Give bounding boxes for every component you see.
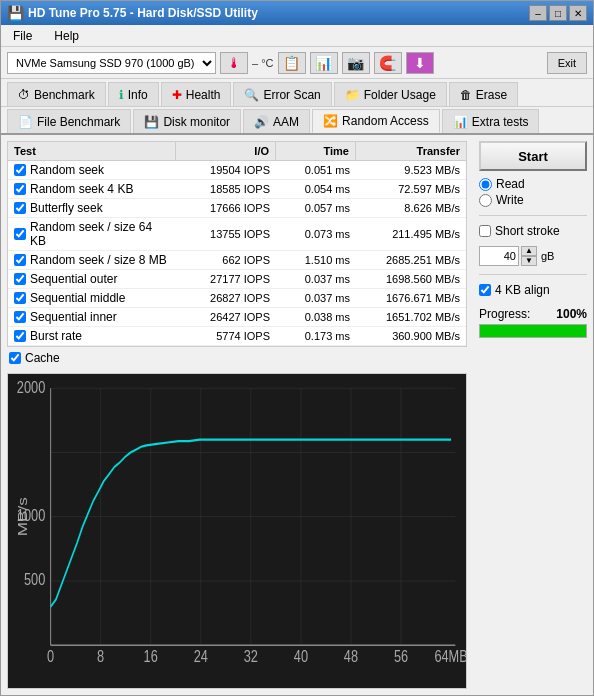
write-radio[interactable]: [479, 194, 492, 207]
time-cell: 0.037 ms: [276, 270, 356, 288]
time-cell: 0.173 ms: [276, 327, 356, 345]
toolbar-btn-4[interactable]: 🧲: [374, 52, 402, 74]
svg-text:24: 24: [194, 646, 208, 665]
tab-error-scan[interactable]: 🔍 Error Scan: [233, 82, 331, 106]
tab-folder-usage[interactable]: 📁 Folder Usage: [334, 82, 447, 106]
io-cell: 13755 IOPS: [176, 218, 276, 250]
benchmark-icon: ⏱: [18, 88, 30, 102]
folder-icon: 📁: [345, 88, 360, 102]
align-checkbox[interactable]: [479, 284, 491, 296]
app-icon: 💾: [7, 5, 24, 21]
title-bar: 💾 HD Tune Pro 5.75 - Hard Disk/SSD Utili…: [1, 1, 593, 25]
time-cell: 0.038 ms: [276, 308, 356, 326]
test-name: Random seek 4 KB: [30, 182, 133, 196]
row-checkbox[interactable]: [14, 202, 26, 214]
svg-text:32: 32: [244, 646, 258, 665]
short-stroke-checkbox[interactable]: [479, 225, 491, 237]
toolbar-btn-1[interactable]: 📋: [278, 52, 306, 74]
test-cell: Butterfly seek: [8, 199, 176, 217]
time-cell: 0.057 ms: [276, 199, 356, 217]
row-checkbox[interactable]: [14, 228, 26, 240]
test-name: Random seek / size 64 KB: [30, 220, 170, 248]
tab-extra-tests[interactable]: 📊 Extra tests: [442, 109, 540, 133]
row-checkbox[interactable]: [14, 292, 26, 304]
spin-up-button[interactable]: ▲: [521, 246, 537, 256]
svg-text:MB/s: MB/s: [15, 497, 29, 537]
svg-text:2000: 2000: [17, 377, 45, 396]
io-cell: 19504 IOPS: [176, 161, 276, 179]
row-checkbox[interactable]: [14, 183, 26, 195]
close-button[interactable]: ✕: [569, 5, 587, 21]
tab-random-access[interactable]: 🔀 Random Access: [312, 109, 440, 133]
tab-info[interactable]: ℹ Info: [108, 82, 159, 106]
exit-button[interactable]: Exit: [547, 52, 587, 74]
table-row: Random seek / size 64 KB 13755 IOPS 0.07…: [8, 218, 466, 251]
table-row: Butterfly seek 17666 IOPS 0.057 ms 8.626…: [8, 199, 466, 218]
table-body: Random seek 19504 IOPS 0.051 ms 9.523 MB…: [8, 161, 466, 346]
extra-tests-icon: 📊: [453, 115, 468, 129]
tab-aam[interactable]: 🔊 AAM: [243, 109, 310, 133]
start-button[interactable]: Start: [479, 141, 587, 171]
temperature-icon: 🌡: [220, 52, 248, 74]
test-cell: Sequential inner: [8, 308, 176, 326]
transfer-cell: 2685.251 MB/s: [356, 251, 466, 269]
erase-icon: 🗑: [460, 88, 472, 102]
progress-section: Progress: 100%: [479, 307, 587, 338]
table-row: Random seek 4 KB 18585 IOPS 0.054 ms 72.…: [8, 180, 466, 199]
tab-health[interactable]: ✚ Health: [161, 82, 232, 106]
svg-text:64MB: 64MB: [434, 646, 466, 665]
disk-monitor-icon: 💾: [144, 115, 159, 129]
io-cell: 26427 IOPS: [176, 308, 276, 326]
io-cell: 662 IOPS: [176, 251, 276, 269]
tab-benchmark[interactable]: ⏱ Benchmark: [7, 82, 106, 106]
align-label: 4 KB align: [495, 283, 550, 297]
io-cell: 26827 IOPS: [176, 289, 276, 307]
table-row: Burst rate 5774 IOPS 0.173 ms 360.900 MB…: [8, 327, 466, 346]
test-name: Sequential middle: [30, 291, 125, 305]
toolbar: NVMe Samsung SSD 970 (1000 gB) 🌡 – °C 📋 …: [1, 47, 593, 79]
toolbar-btn-5[interactable]: ⬇: [406, 52, 434, 74]
file-benchmark-icon: 📄: [18, 115, 33, 129]
radio-read-item: Read: [479, 177, 587, 191]
row-checkbox[interactable]: [14, 164, 26, 176]
svg-text:56: 56: [394, 646, 408, 665]
test-cell: Random seek: [8, 161, 176, 179]
row-checkbox[interactable]: [14, 273, 26, 285]
time-cell: 1.510 ms: [276, 251, 356, 269]
short-stroke-item: Short stroke: [479, 224, 587, 238]
transfer-cell: 1676.671 MB/s: [356, 289, 466, 307]
tab-erase[interactable]: 🗑 Erase: [449, 82, 518, 106]
transfer-cell: 72.597 MB/s: [356, 180, 466, 198]
read-radio[interactable]: [479, 178, 492, 191]
col-transfer: Transfer: [356, 142, 466, 160]
drive-select[interactable]: NVMe Samsung SSD 970 (1000 gB): [7, 52, 216, 74]
divider-2: [479, 274, 587, 275]
cache-checkbox[interactable]: [9, 352, 21, 364]
read-label: Read: [496, 177, 525, 191]
divider-1: [479, 215, 587, 216]
row-checkbox[interactable]: [14, 311, 26, 323]
spinner-group: 40 ▲ ▼ gB: [479, 246, 587, 266]
row-checkbox[interactable]: [14, 254, 26, 266]
io-cell: 17666 IOPS: [176, 199, 276, 217]
random-access-icon: 🔀: [323, 114, 338, 128]
transfer-cell: 1698.560 MB/s: [356, 270, 466, 288]
maximize-button[interactable]: □: [549, 5, 567, 21]
spinner-input[interactable]: 40: [479, 246, 519, 266]
spin-down-button[interactable]: ▼: [521, 256, 537, 266]
menu-help[interactable]: Help: [48, 27, 85, 45]
progress-label-row: Progress: 100%: [479, 307, 587, 321]
row-checkbox[interactable]: [14, 330, 26, 342]
menu-file[interactable]: File: [7, 27, 38, 45]
test-cell: Random seek / size 8 MB: [8, 251, 176, 269]
align-item: 4 KB align: [479, 283, 587, 297]
transfer-cell: 8.626 MB/s: [356, 199, 466, 217]
tab-file-benchmark[interactable]: 📄 File Benchmark: [7, 109, 131, 133]
toolbar-btn-3[interactable]: 📷: [342, 52, 370, 74]
toolbar-btn-2[interactable]: 📊: [310, 52, 338, 74]
svg-rect-0: [8, 374, 466, 688]
test-name: Butterfly seek: [30, 201, 103, 215]
results-table: Test I/O Time Transfer Random seek 19504…: [7, 141, 467, 347]
tab-disk-monitor[interactable]: 💾 Disk monitor: [133, 109, 241, 133]
minimize-button[interactable]: –: [529, 5, 547, 21]
